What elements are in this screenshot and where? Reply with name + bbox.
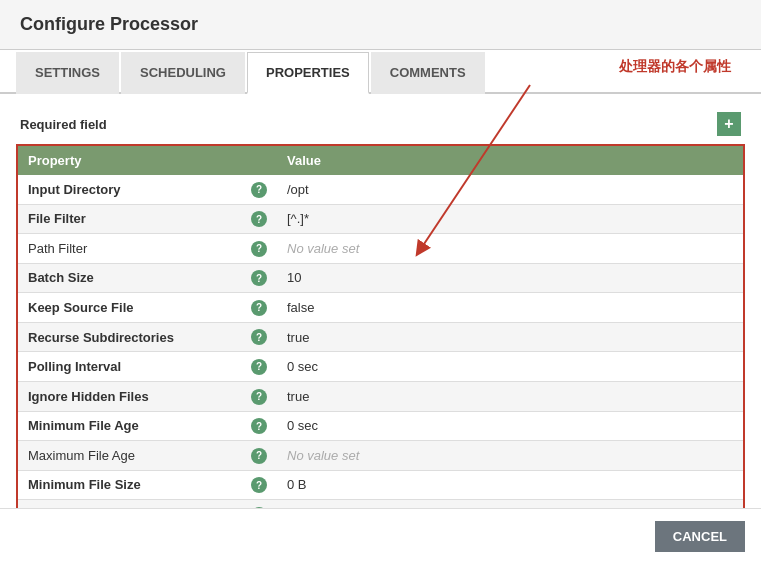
property-name-cell: File Filter	[17, 204, 237, 234]
required-field-label: Required field	[20, 117, 107, 132]
value-column-header: Value	[277, 145, 657, 175]
help-icon[interactable]: ?	[251, 418, 267, 434]
property-value: No value set	[287, 241, 359, 256]
property-name: Polling Interval	[28, 359, 121, 374]
property-value: 10	[287, 270, 301, 285]
property-extra-cell	[657, 381, 744, 411]
property-value: false	[287, 300, 314, 315]
property-name: Recurse Subdirectories	[28, 330, 174, 345]
property-name-cell: Minimum File Age	[17, 411, 237, 441]
property-name-cell: Maximum File Age	[17, 441, 237, 471]
property-extra-cell	[657, 263, 744, 293]
property-name-cell: Minimum File Size	[17, 470, 237, 500]
help-icon[interactable]: ?	[251, 389, 267, 405]
required-field-row: Required field +	[16, 104, 745, 144]
property-name: Minimum File Age	[28, 418, 139, 433]
table-row: Ignore Hidden Files?true	[17, 381, 744, 411]
property-column-header: Property	[17, 145, 237, 175]
help-icon[interactable]: ?	[251, 211, 267, 227]
property-value-cell: 0 sec	[277, 352, 657, 382]
property-name-cell: Path Filter	[17, 234, 237, 264]
tab-comments[interactable]: COMMENTS	[371, 52, 485, 94]
help-icon[interactable]: ?	[251, 329, 267, 345]
table-row: File Filter?[^.]*	[17, 204, 744, 234]
property-value-cell: 10	[277, 263, 657, 293]
property-value: [^.]*	[287, 211, 309, 226]
add-property-button[interactable]: +	[717, 112, 741, 136]
property-extra-cell	[657, 204, 744, 234]
property-name: Ignore Hidden Files	[28, 389, 149, 404]
property-extra-cell	[657, 411, 744, 441]
property-value-cell: true	[277, 381, 657, 411]
property-value-cell: true	[277, 322, 657, 352]
help-icon[interactable]: ?	[251, 241, 267, 257]
help-icon[interactable]: ?	[251, 448, 267, 464]
dialog-header: Configure Processor	[0, 0, 761, 50]
property-extra-cell	[657, 175, 744, 204]
content-area: Required field + PropertyValue Input Dir…	[0, 94, 761, 541]
property-value: 0 sec	[287, 418, 318, 433]
cancel-button[interactable]: CANCEL	[655, 521, 745, 552]
property-name: Maximum File Age	[28, 448, 135, 463]
tab-settings[interactable]: SETTINGS	[16, 52, 119, 94]
property-value-cell: No value set	[277, 441, 657, 471]
configure-processor-dialog: Configure Processor SETTINGSSCHEDULINGPR…	[0, 0, 761, 564]
table-row: Batch Size?10	[17, 263, 744, 293]
table-row: Keep Source File?false	[17, 293, 744, 323]
tab-properties[interactable]: PROPERTIES	[247, 52, 369, 94]
help-icon[interactable]: ?	[251, 359, 267, 375]
help-icon[interactable]: ?	[251, 182, 267, 198]
property-name: Path Filter	[28, 241, 87, 256]
property-extra-cell	[657, 234, 744, 264]
property-name: Input Directory	[28, 182, 120, 197]
property-name-cell: Keep Source File	[17, 293, 237, 323]
help-icon[interactable]: ?	[251, 300, 267, 316]
property-value-cell: No value set	[277, 234, 657, 264]
property-name: Minimum File Size	[28, 477, 141, 492]
property-extra-cell	[657, 470, 744, 500]
property-name-cell: Batch Size	[17, 263, 237, 293]
tab-scheduling[interactable]: SCHEDULING	[121, 52, 245, 94]
help-icon-cell: ?	[237, 470, 277, 500]
property-name-cell: Polling Interval	[17, 352, 237, 382]
property-name-cell: Input Directory	[17, 175, 237, 204]
help-icon-cell: ?	[237, 441, 277, 471]
property-value-cell: 0 B	[277, 470, 657, 500]
table-row: Minimum File Size?0 B	[17, 470, 744, 500]
property-value: 0 sec	[287, 359, 318, 374]
extra-column-header	[657, 145, 744, 175]
property-value: true	[287, 389, 309, 404]
property-extra-cell	[657, 352, 744, 382]
dialog-title: Configure Processor	[20, 14, 198, 34]
annotation-text: 处理器的各个属性	[619, 58, 731, 76]
table-row: Path Filter?No value set	[17, 234, 744, 264]
help-icon-cell: ?	[237, 204, 277, 234]
properties-table: PropertyValue Input Directory?/optFile F…	[16, 144, 745, 531]
property-extra-cell	[657, 293, 744, 323]
property-name: File Filter	[28, 211, 86, 226]
help-icon[interactable]: ?	[251, 270, 267, 286]
table-row: Input Directory?/opt	[17, 175, 744, 204]
help-column-header	[237, 145, 277, 175]
table-row: Recurse Subdirectories?true	[17, 322, 744, 352]
property-value: 0 B	[287, 477, 307, 492]
property-value-cell: 0 sec	[277, 411, 657, 441]
help-icon-cell: ?	[237, 293, 277, 323]
property-value-cell: [^.]*	[277, 204, 657, 234]
property-name: Keep Source File	[28, 300, 133, 315]
help-icon-cell: ?	[237, 234, 277, 264]
property-value-cell: false	[277, 293, 657, 323]
property-name-cell: Ignore Hidden Files	[17, 381, 237, 411]
help-icon[interactable]: ?	[251, 477, 267, 493]
help-icon-cell: ?	[237, 352, 277, 382]
help-icon-cell: ?	[237, 322, 277, 352]
property-extra-cell	[657, 322, 744, 352]
help-icon-cell: ?	[237, 175, 277, 204]
property-value: true	[287, 330, 309, 345]
property-name: Batch Size	[28, 270, 94, 285]
help-icon-cell: ?	[237, 381, 277, 411]
property-name-cell: Recurse Subdirectories	[17, 322, 237, 352]
dialog-footer: CANCEL	[0, 508, 761, 564]
table-row: Polling Interval?0 sec	[17, 352, 744, 382]
table-header-row: PropertyValue	[17, 145, 744, 175]
